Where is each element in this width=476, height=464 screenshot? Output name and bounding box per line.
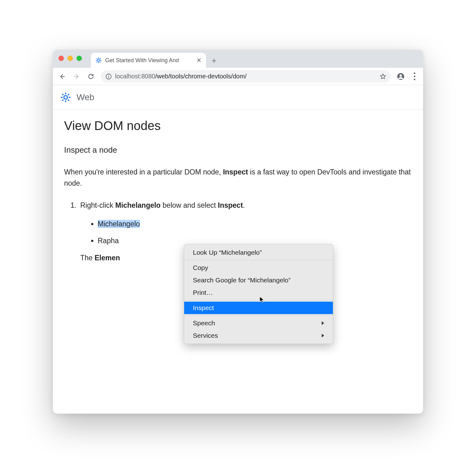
context-menu-services[interactable]: Services	[184, 329, 333, 342]
tab-title: Get Started With Viewing And	[105, 57, 195, 64]
browser-toolbar: localhost:8080/web/tools/chrome-devtools…	[53, 68, 423, 85]
list-item[interactable]: Michelangelo	[98, 219, 412, 230]
svg-rect-3	[108, 75, 109, 75]
reload-icon	[87, 73, 95, 80]
svg-point-6	[64, 95, 67, 99]
tab-favicon-icon	[95, 57, 102, 64]
context-menu-speech[interactable]: Speech	[184, 317, 333, 329]
svg-point-10	[155, 308, 156, 309]
window-close-button[interactable]	[58, 56, 64, 61]
reload-button[interactable]	[85, 70, 97, 83]
profile-button[interactable]	[394, 70, 407, 83]
site-info-icon[interactable]	[105, 73, 112, 80]
context-menu-lookup[interactable]: Look Up “Michelangelo”	[184, 246, 333, 259]
arrow-right-icon	[73, 73, 80, 80]
svg-point-0	[97, 59, 100, 61]
context-menu-separator	[184, 300, 333, 300]
context-menu-inspect[interactable]: Inspect	[184, 302, 333, 314]
back-button[interactable]	[56, 70, 68, 83]
window-maximize-button[interactable]	[77, 56, 82, 61]
avatar-icon	[397, 73, 404, 80]
lead-paragraph: When you're interested in a particular D…	[64, 167, 412, 189]
tab-strip: Get Started With Viewing And ✕ ＋	[53, 50, 423, 68]
browser-window: Get Started With Viewing And ✕ ＋ localho…	[53, 50, 423, 414]
kebab-dot-icon	[414, 72, 415, 74]
context-menu: Look Up “Michelangelo” Copy Search Googl…	[184, 244, 333, 344]
svg-point-7	[176, 293, 177, 294]
context-menu-copy[interactable]: Copy	[184, 262, 333, 274]
chrome-menu-button[interactable]	[409, 72, 420, 80]
kebab-dot-icon	[414, 79, 415, 80]
window-controls	[58, 56, 82, 61]
tab-close-button[interactable]: ✕	[196, 57, 202, 64]
svg-rect-2	[108, 76, 109, 78]
window-minimize-button[interactable]	[68, 56, 73, 61]
site-title[interactable]: Web	[77, 92, 94, 102]
context-menu-print[interactable]: Print…	[184, 286, 333, 299]
context-menu-separator	[184, 260, 333, 260]
kebab-dot-icon	[414, 76, 415, 77]
address-bar[interactable]: localhost:8080/web/tools/chrome-devtools…	[101, 70, 391, 83]
cursor-icon	[259, 296, 265, 303]
bookmark-star-icon[interactable]	[380, 73, 386, 80]
page-h2: Inspect a node	[64, 145, 412, 155]
example-list: Michelangelo Rapha	[80, 219, 412, 246]
browser-tab[interactable]: Get Started With Viewing And ✕	[91, 53, 206, 68]
site-header: Web	[53, 85, 423, 109]
forward-button[interactable]	[70, 70, 83, 83]
arrow-left-icon	[58, 73, 66, 80]
page-h1: View DOM nodes	[64, 119, 412, 133]
url-text: localhost:8080/web/tools/chrome-devtools…	[115, 73, 246, 80]
new-tab-button[interactable]: ＋	[208, 54, 220, 67]
svg-point-5	[399, 74, 402, 77]
web-logo-icon	[60, 92, 71, 103]
context-menu-separator	[184, 315, 333, 316]
context-menu-search[interactable]: Search Google for “Michelangelo”	[184, 274, 333, 286]
